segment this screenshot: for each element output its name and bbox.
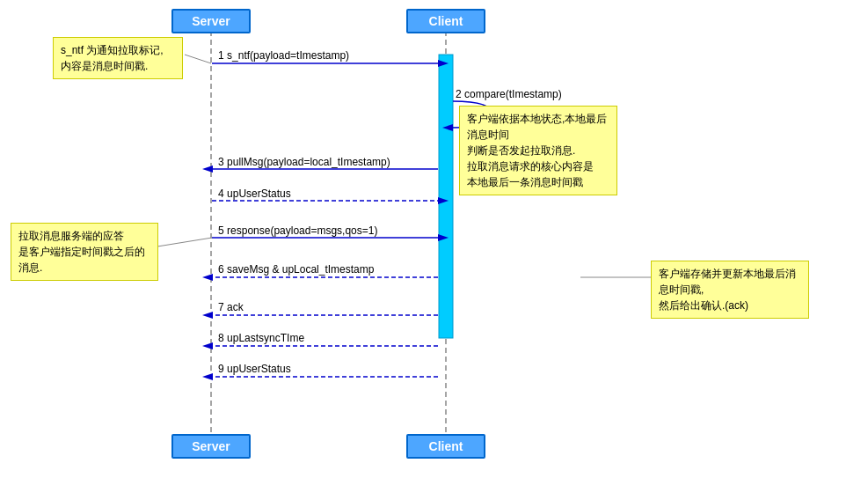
client-bottom-box: Client [406,434,485,459]
m7-label: 7 ack [218,301,244,313]
client-top-box: Client [406,9,485,33]
m3-label: 3 pullMsg(payload=local_tImestamp) [218,156,390,168]
m6-arrowhead [202,274,213,281]
activation-bar [439,55,453,338]
server-bottom-box: Server [171,434,251,459]
note2-box: 客户端依据本地状态,本地最后消息时间判断是否发起拉取消息.拉取消息请求的核心内容… [459,106,617,195]
server-top-label: Server [192,14,230,28]
m4-label: 4 upUserStatus [218,188,291,200]
m1-label: 1 s_ntf(payload=tImestamp) [218,49,349,62]
note1-box: s_ntf 为通知拉取标记, 内容是消息时间戳. [53,37,183,79]
m2-label: 2 compare(tImestamp) [456,88,562,100]
client-top-label: Client [429,14,463,28]
note3-connector [157,238,212,246]
m8-arrowhead [202,342,213,349]
m7-arrowhead [202,312,213,319]
m9-arrowhead [202,373,213,380]
server-bottom-label: Server [192,439,230,453]
client-bottom-label: Client [429,439,463,453]
note4-box: 客户端存储并更新本地最后消息时间戳,然后给出确认.(ack) [651,261,809,319]
note1-connector [185,55,211,63]
m8-label: 8 upLastsyncTIme [218,332,304,344]
note3-box: 拉取消息服务端的应答是客户端指定时间戳之后的消息. [11,223,158,281]
m5-label: 5 response(payload=msgs,qos=1) [218,224,377,237]
sequence-diagram: Server Client Server Client 1 s_ntf(payl… [0,0,868,478]
m3-arrowhead [202,165,213,173]
server-top-box: Server [171,9,251,33]
m9-label: 9 upUserStatus [218,363,291,375]
m6-label: 6 saveMsg & upLocal_tImestamp [218,263,374,276]
